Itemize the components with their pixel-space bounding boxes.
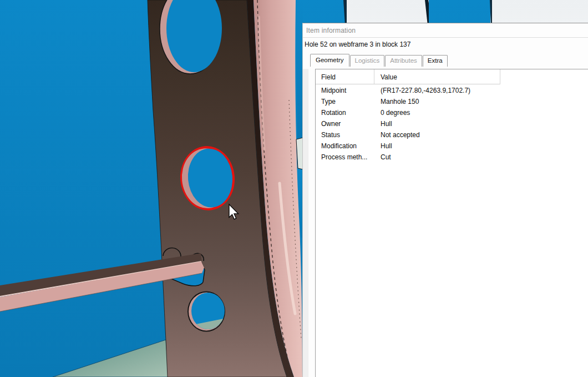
- tab-extra[interactable]: Extra: [423, 55, 448, 67]
- properties-list: Field Value Midpoint(FR17-227.80,-4263.9…: [315, 69, 588, 377]
- field-cell: Status: [316, 131, 374, 139]
- table-header: Field Value: [316, 69, 588, 84]
- column-header-field[interactable]: Field: [316, 69, 374, 84]
- item-summary: Hole 52 on webframe 3 in block 137: [305, 41, 410, 48]
- field-cell: Modification: [316, 142, 374, 150]
- value-cell: Cut: [374, 153, 391, 161]
- field-cell: Process meth...: [316, 153, 374, 161]
- item-information-panel: Item information Hole 52 on webframe 3 i…: [302, 23, 588, 377]
- title-divider: [303, 37, 588, 38]
- panel-left-margin: [303, 69, 309, 377]
- value-cell: Hull: [374, 120, 392, 128]
- table-row[interactable]: Midpoint(FR17-227.80,-4263.9,1702.7): [316, 85, 588, 96]
- table-row[interactable]: Process meth...Cut: [316, 152, 588, 163]
- value-cell: (FR17-227.80,-4263.9,1702.7): [374, 87, 470, 94]
- value-cell: Hull: [374, 142, 392, 150]
- tab-bar: GeometryLogisticsAttributesExtra: [310, 53, 448, 67]
- table-row[interactable]: OwnerHull: [316, 118, 588, 129]
- panel-title: Item information: [306, 27, 356, 34]
- value-cell: 0 degrees: [374, 109, 410, 117]
- table-row[interactable]: StatusNot accepted: [316, 129, 588, 140]
- tab-attributes[interactable]: Attributes: [385, 55, 422, 67]
- tab-logistics[interactable]: Logistics: [350, 55, 385, 67]
- table-row[interactable]: Rotation0 degrees: [316, 107, 588, 118]
- app-window: Item information Hole 52 on webframe 3 i…: [0, 0, 588, 377]
- field-cell: Owner: [316, 120, 374, 128]
- field-cell: Midpoint: [316, 87, 374, 94]
- column-header-empty: [500, 69, 588, 84]
- field-cell: Rotation: [316, 109, 374, 117]
- value-cell: Not accepted: [374, 131, 420, 139]
- value-cell: Manhole 150: [374, 98, 419, 105]
- tab-geometry[interactable]: Geometry: [310, 54, 349, 67]
- field-cell: Type: [316, 98, 374, 105]
- table-row[interactable]: TypeManhole 150: [316, 96, 588, 107]
- table-rows: Midpoint(FR17-227.80,-4263.9,1702.7)Type…: [316, 85, 588, 163]
- column-header-value[interactable]: Value: [374, 69, 500, 84]
- table-row[interactable]: ModificationHull: [316, 140, 588, 152]
